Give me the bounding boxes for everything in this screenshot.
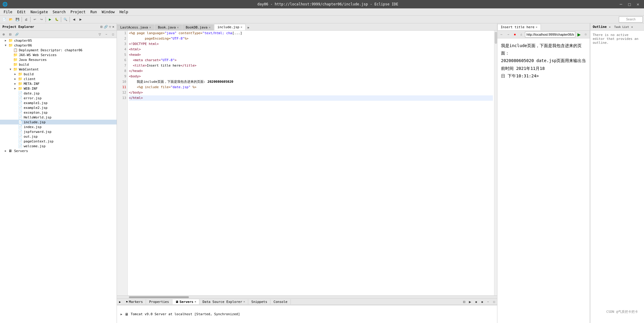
- browser-url-input[interactable]: [525, 31, 575, 37]
- tab-lastacess[interactable]: LastAcess.java ×: [117, 24, 154, 30]
- toolbar-save[interactable]: 💾: [14, 16, 20, 22]
- panel-link-btn[interactable]: 🔗: [14, 31, 20, 37]
- toolbar-debug[interactable]: 🐛: [54, 16, 60, 22]
- bottom-tab-servers[interactable]: 🖥 Servers ×: [172, 299, 200, 304]
- bottom-tab-datasource[interactable]: Data Source Explorer ×: [199, 299, 248, 304]
- tree-item-meta-inf[interactable]: ▶ 📁 META-INF: [0, 81, 117, 86]
- bottom-toolbar-btn2[interactable]: ▶: [467, 299, 473, 305]
- minimize-button[interactable]: ─: [617, 1, 625, 7]
- toolbar-redo[interactable]: ↪: [38, 16, 44, 22]
- toolbar-open[interactable]: 📂: [8, 16, 14, 22]
- panel-min-btn[interactable]: −: [103, 31, 109, 37]
- tree-item-include-jsp[interactable]: 📄 include.jsp: [0, 120, 117, 124]
- tree-item-excepton-jsp[interactable]: 📄 excepton.jsp: [0, 110, 117, 115]
- panel-collapse-btn[interactable]: ⊟: [7, 31, 13, 37]
- tree-item-helloworld-jsp[interactable]: 📄 HelloWorld.jsp: [0, 115, 117, 120]
- bottom-tab-console[interactable]: Console: [270, 299, 291, 304]
- menu-file[interactable]: File: [1, 9, 15, 15]
- window-controls[interactable]: ─ □ ✕: [617, 1, 642, 7]
- tree-item-build2[interactable]: ▶ 📁 build: [0, 72, 117, 76]
- tab-close-icon[interactable]: ×: [149, 26, 151, 29]
- toolbar-search-box[interactable]: Search: [619, 16, 643, 22]
- code-editor[interactable]: 1 2 3 4 5 6 7 8 9 10 11 12 13 <%@ page l…: [117, 31, 497, 295]
- menu-project[interactable]: Project: [68, 9, 88, 15]
- tree-item-chapter06[interactable]: ▼ 📁 chapter06: [0, 43, 117, 48]
- bottom-tab-snippets[interactable]: Snippets: [248, 299, 270, 304]
- browser-stop-btn[interactable]: ■: [512, 31, 518, 37]
- tab-close-icon[interactable]: ×: [240, 25, 242, 29]
- code-content[interactable]: <%@ page language="java" contentType="te…: [128, 31, 494, 295]
- bottom-panel-arrow[interactable]: ▶: [117, 300, 123, 304]
- servers-tab-close[interactable]: ×: [195, 300, 196, 303]
- server-row[interactable]: ▶ 🖥 Tomcat v9.0 Server at localhost [Sta…: [119, 312, 241, 317]
- close-button[interactable]: ✕: [634, 1, 642, 7]
- toolbar-search[interactable]: 🔍: [62, 16, 68, 22]
- tree-item-web-inf[interactable]: ▶ 📁 WEB-INF: [0, 86, 117, 91]
- panel-menu-btn[interactable]: ▽: [97, 31, 103, 37]
- panel-close-icon[interactable]: ×: [112, 25, 114, 29]
- tree-item-date-jsp[interactable]: 📄 date.jsp: [0, 91, 117, 96]
- browser-forward-btn[interactable]: →: [505, 31, 511, 37]
- bottom-panel-min[interactable]: −: [485, 299, 491, 305]
- tree-item-jspforward-jsp[interactable]: 📄 jspforward.jsp: [0, 129, 117, 134]
- toolbar-new[interactable]: 📄: [1, 16, 7, 22]
- collapse-all-icon[interactable]: ⊟: [100, 25, 103, 29]
- outline-close-icon[interactable]: ×: [609, 25, 610, 28]
- browser-favorite-btn[interactable]: ☆: [583, 31, 589, 37]
- panel-filter-btn[interactable]: ⊛: [1, 31, 7, 37]
- tree-item-example2-jsp[interactable]: 📄 example2.jsp: [0, 105, 117, 110]
- tree-item-example1-jsp[interactable]: 📄 example1.jsp: [0, 100, 117, 105]
- tree-item-client[interactable]: ▶ 📁 client: [0, 76, 117, 81]
- tree-item-out-jsp[interactable]: 📄 out.jsp: [0, 134, 117, 139]
- browser-tab-insert-title[interactable]: Insert title here ×: [497, 24, 541, 30]
- bottom-toolbar-btn1[interactable]: ⊟: [461, 299, 467, 305]
- bottom-tab-markers[interactable]: ⚑ Markers: [123, 299, 146, 304]
- browser-home-btn[interactable]: ⌂: [518, 31, 524, 37]
- menu-navigate[interactable]: Navigate: [28, 9, 50, 15]
- tab-close-icon[interactable]: ×: [209, 26, 210, 29]
- toolbar-run[interactable]: ▶: [47, 16, 53, 22]
- view-menu-icon[interactable]: ▽: [109, 25, 111, 29]
- browser-tab-close[interactable]: ×: [536, 25, 538, 29]
- task-close-icon[interactable]: ×: [631, 25, 633, 28]
- browser-back-btn[interactable]: ←: [499, 31, 505, 37]
- horizontal-scrollbar[interactable]: [117, 295, 497, 298]
- tree-item-build[interactable]: 📁 build: [0, 62, 117, 67]
- tree-item-jaxws[interactable]: 📁 JAX-WS Web Services: [0, 52, 117, 57]
- tree-item-pagecontext-jsp[interactable]: 📄 pageContext.jsp: [0, 139, 117, 144]
- tab-book[interactable]: Book.java ×: [155, 24, 182, 30]
- bottom-panel-max[interactable]: □: [491, 299, 497, 305]
- tree-item-chapter05[interactable]: ▶ 📁 chapter05: [0, 38, 117, 43]
- menu-run[interactable]: Run: [88, 9, 100, 15]
- project-tree[interactable]: ▶ 📁 chapter05 ▼ 📁 chapter06 📋 Deployment…: [0, 38, 117, 323]
- bottom-toolbar-btn4[interactable]: ■: [479, 299, 485, 305]
- browser-go-btn[interactable]: ▶: [576, 31, 582, 37]
- link-editor-icon[interactable]: 🔗: [104, 25, 108, 29]
- tab-overflow-btn[interactable]: »: [246, 25, 250, 30]
- menu-help[interactable]: Help: [117, 9, 131, 15]
- panel-max-btn[interactable]: □: [110, 31, 116, 37]
- toolbar-print[interactable]: 🖨: [23, 16, 29, 22]
- tree-item-java-resources[interactable]: 📁 Java Resources: [0, 57, 117, 62]
- toolbar-back[interactable]: ◀: [71, 16, 77, 22]
- menu-search[interactable]: Search: [50, 9, 68, 15]
- tree-item-index-jsp[interactable]: 📄 index.jsp: [0, 124, 117, 129]
- tree-item-error-jsp[interactable]: 📄 error.jsp: [0, 96, 117, 100]
- expand-arrow-icon[interactable]: ▶: [121, 313, 122, 316]
- bottom-toolbar-btn3[interactable]: ■: [473, 299, 479, 305]
- vertical-scrollbar[interactable]: [494, 31, 497, 295]
- tree-item-deployment[interactable]: 📋 Deployment Descriptor: chapter06: [0, 48, 117, 52]
- tree-item-servers[interactable]: ▶ 🖥 Servers: [0, 148, 117, 153]
- menu-edit[interactable]: Edit: [15, 9, 28, 15]
- toolbar-forward[interactable]: ▶: [78, 16, 84, 22]
- tab-bookdb[interactable]: BookDB.java ×: [182, 24, 214, 30]
- datasource-tab-close[interactable]: ×: [243, 300, 245, 303]
- tree-item-webcontent[interactable]: ▼ 📁 WebContent: [0, 67, 117, 72]
- toolbar-undo[interactable]: ↩: [32, 16, 38, 22]
- tab-include-jsp[interactable]: include.jsp ×: [214, 24, 246, 30]
- menu-window[interactable]: Window: [99, 9, 117, 15]
- maximize-button[interactable]: □: [626, 1, 633, 7]
- tree-item-welcome-jsp[interactable]: 📄 welcome.jsp: [0, 144, 117, 148]
- tab-close-icon[interactable]: ×: [177, 26, 179, 29]
- bottom-tab-properties[interactable]: Properties: [146, 299, 172, 304]
